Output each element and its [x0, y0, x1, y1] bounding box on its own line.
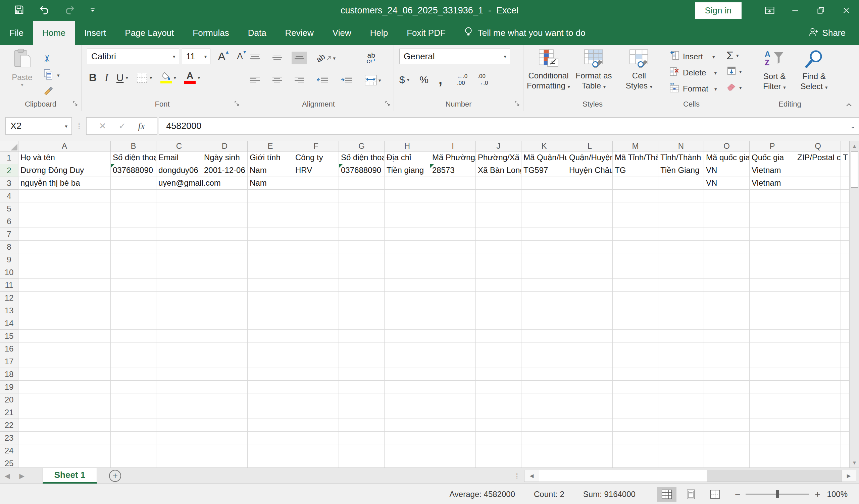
tab-data[interactable]: Data: [239, 21, 276, 45]
cell-I2[interactable]: 28573: [430, 164, 476, 177]
cell-A4[interactable]: [18, 190, 111, 202]
cell-J7[interactable]: [476, 228, 522, 241]
cell-M8[interactable]: [613, 241, 658, 253]
cell-B25[interactable]: [111, 457, 156, 468]
cell-G6[interactable]: [339, 215, 385, 228]
cell-B11[interactable]: [111, 279, 156, 292]
enter-icon[interactable]: ✓: [118, 121, 126, 131]
cell-D24[interactable]: [202, 444, 247, 457]
cell-sliver-18[interactable]: [841, 368, 849, 381]
cell-A13[interactable]: [18, 304, 111, 317]
cell-N24[interactable]: [658, 444, 704, 457]
cell-C3[interactable]: uyen@gmail.com: [156, 177, 202, 190]
find-select-dropdown-icon[interactable]: ▾: [825, 84, 828, 90]
cell-A24[interactable]: [18, 444, 111, 457]
cell-H3[interactable]: [385, 177, 430, 190]
conditional-formatting-dropdown-icon[interactable]: ▾: [568, 84, 570, 90]
cell-O23[interactable]: [704, 431, 750, 444]
row-header-6[interactable]: 6: [0, 215, 18, 228]
cell-M9[interactable]: [613, 253, 658, 266]
column-header-H[interactable]: H: [385, 141, 430, 151]
cell-J25[interactable]: [476, 457, 522, 468]
cell-M14[interactable]: [613, 317, 658, 330]
cell-Q14[interactable]: [795, 317, 841, 330]
cell-C1[interactable]: Email: [156, 152, 202, 164]
cell-B4[interactable]: [111, 190, 156, 202]
insert-function-icon[interactable]: fx: [138, 121, 145, 131]
cell-E3[interactable]: Nam: [247, 177, 293, 190]
cell-E11[interactable]: [247, 279, 293, 292]
cell-N11[interactable]: [658, 279, 704, 292]
cell-I17[interactable]: [430, 355, 476, 368]
cell-C17[interactable]: [156, 355, 202, 368]
cell-H17[interactable]: [385, 355, 430, 368]
cell-J16[interactable]: [476, 343, 522, 355]
cell-K25[interactable]: [522, 457, 567, 468]
cell-H21[interactable]: [385, 406, 430, 419]
cell-H20[interactable]: [385, 393, 430, 406]
cell-B12[interactable]: [111, 292, 156, 304]
cell-N22[interactable]: [658, 419, 704, 431]
cell-G13[interactable]: [339, 304, 385, 317]
delete-dropdown-icon[interactable]: ▾: [714, 70, 717, 75]
cell-L25[interactable]: [567, 457, 613, 468]
row-header-20[interactable]: 20: [0, 393, 18, 406]
cell-O9[interactable]: [704, 253, 750, 266]
cell-A25[interactable]: [18, 457, 111, 468]
sheet-nav-right-icon[interactable]: ▶: [14, 468, 29, 484]
cell-A17[interactable]: [18, 355, 111, 368]
row-header-17[interactable]: 17: [0, 355, 18, 368]
cell-sliver-1[interactable]: T: [841, 152, 849, 164]
increase-indent-button[interactable]: [338, 74, 355, 86]
cell-L12[interactable]: [567, 292, 613, 304]
column-header-L[interactable]: L: [567, 141, 613, 151]
cell-O21[interactable]: [704, 406, 750, 419]
cell-M2[interactable]: TG: [613, 164, 658, 177]
cell-H4[interactable]: [385, 190, 430, 202]
cell-E10[interactable]: [247, 266, 293, 279]
collapse-ribbon-icon[interactable]: [846, 102, 852, 108]
cell-I9[interactable]: [430, 253, 476, 266]
cell-sliver-14[interactable]: [841, 317, 849, 330]
cell-M12[interactable]: [613, 292, 658, 304]
wrap-text-button[interactable]: ab c↵: [364, 50, 378, 66]
cell-O1[interactable]: Mã quốc gia: [704, 152, 750, 164]
cell-sliver-8[interactable]: [841, 241, 849, 253]
cell-L17[interactable]: [567, 355, 613, 368]
cell-I6[interactable]: [430, 215, 476, 228]
cell-L20[interactable]: [567, 393, 613, 406]
fill-color-button[interactable]: ▾: [161, 72, 177, 83]
cell-P7[interactable]: [750, 228, 795, 241]
cell-L1[interactable]: Quận/Huyện: [567, 152, 613, 164]
cell-Q23[interactable]: [795, 431, 841, 444]
column-header-B[interactable]: B: [111, 141, 156, 151]
cell-P10[interactable]: [750, 266, 795, 279]
cell-N9[interactable]: [658, 253, 704, 266]
cell-N7[interactable]: [658, 228, 704, 241]
cell-A6[interactable]: [18, 215, 111, 228]
cell-D17[interactable]: [202, 355, 247, 368]
normal-view-button[interactable]: [657, 487, 676, 502]
cell-E17[interactable]: [247, 355, 293, 368]
column-header-G[interactable]: G: [339, 141, 385, 151]
vertical-scroll-thumb[interactable]: [851, 152, 858, 188]
cell-C16[interactable]: [156, 343, 202, 355]
cell-K10[interactable]: [522, 266, 567, 279]
column-header-C[interactable]: C: [156, 141, 202, 151]
cell-K5[interactable]: [522, 202, 567, 215]
row-header-4[interactable]: 4: [0, 190, 18, 202]
zoom-in-icon[interactable]: +: [815, 489, 820, 500]
cell-sliver-13[interactable]: [841, 304, 849, 317]
cell-O11[interactable]: [704, 279, 750, 292]
cell-sliver-2[interactable]: [841, 164, 849, 177]
formula-input[interactable]: 4582000: [159, 117, 859, 135]
column-header-Q[interactable]: Q: [795, 141, 841, 151]
cell-I1[interactable]: Mã Phường/Xã: [430, 152, 476, 164]
row-header-24[interactable]: 24: [0, 444, 18, 457]
cell-Q18[interactable]: [795, 368, 841, 381]
font-dialog-launcher-icon[interactable]: [234, 101, 240, 108]
cell-F20[interactable]: [293, 393, 339, 406]
cell-N18[interactable]: [658, 368, 704, 381]
increase-decimal-button[interactable]: ←.0 .00: [457, 73, 467, 86]
cell-F24[interactable]: [293, 444, 339, 457]
